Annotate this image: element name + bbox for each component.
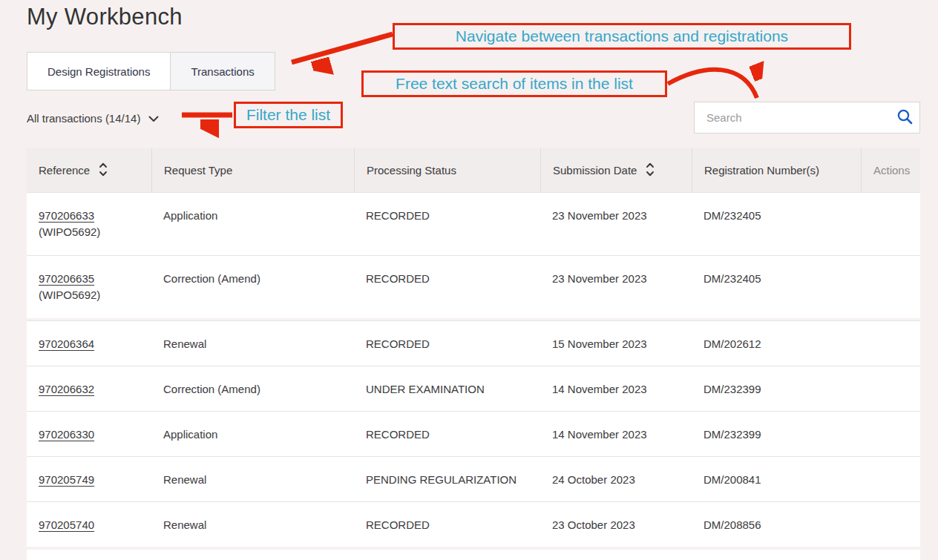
processing-status-cell: RECORDED bbox=[354, 256, 540, 318]
column-header-submission-date[interactable]: Submission Date bbox=[540, 148, 692, 192]
annotation-navigate-tabs: Navigate between transactions and regist… bbox=[393, 23, 851, 50]
reference-link[interactable]: 970206364 bbox=[39, 337, 94, 350]
search-button[interactable] bbox=[890, 102, 919, 133]
table-row-partial bbox=[27, 550, 920, 560]
table-row: 970205740 Renewal RECORDED 23 October 20… bbox=[27, 501, 920, 547]
submission-date-cell: 24 October 2023 bbox=[540, 457, 692, 501]
submission-date-cell: 15 November 2023 bbox=[540, 321, 692, 366]
request-type-cell: Renewal bbox=[151, 321, 354, 366]
table-row: 970206635(WIPO5692) Correction (Amend) R… bbox=[27, 255, 920, 318]
page-title: My Workbench bbox=[27, 4, 183, 30]
search-box bbox=[694, 102, 920, 134]
actions-cell bbox=[861, 256, 920, 318]
sort-icon[interactable] bbox=[646, 162, 655, 179]
table-row: 970205749 Renewal PENDING REGULARIZATION… bbox=[27, 456, 920, 501]
arrow-to-tabs bbox=[292, 34, 393, 62]
submission-date-cell: 23 November 2023 bbox=[540, 193, 692, 255]
table-row: 970206330 Application RECORDED 14 Novemb… bbox=[27, 411, 920, 456]
reference-link[interactable]: 970206635 bbox=[39, 272, 94, 285]
submission-date-cell: 23 November 2023 bbox=[540, 256, 692, 318]
transactions-table: Reference Request Type Processing Status… bbox=[27, 148, 920, 560]
annotation-filter-list: Filter the list bbox=[234, 102, 343, 128]
registration-number-cell: DM/232399 bbox=[692, 366, 861, 411]
actions-cell bbox=[861, 457, 920, 501]
arrow-to-search bbox=[668, 70, 757, 98]
processing-status-cell: RECORDED bbox=[354, 502, 540, 547]
registration-number-cell: DM/232405 bbox=[692, 256, 861, 318]
reference-link[interactable]: 970206632 bbox=[39, 383, 94, 395]
search-icon bbox=[896, 108, 914, 128]
reference-link[interactable]: 970206633 bbox=[39, 209, 94, 222]
submission-date-cell: 23 October 2023 bbox=[540, 502, 692, 547]
table-row: 970206364 Renewal RECORDED 15 November 2… bbox=[27, 320, 920, 366]
column-header-processing-status: Processing Status bbox=[354, 148, 540, 192]
request-type-cell: Correction (Amend) bbox=[151, 256, 354, 318]
registration-number-cell: DM/208856 bbox=[692, 502, 861, 547]
request-type-cell: Renewal bbox=[151, 457, 354, 501]
submission-date-cell: 14 November 2023 bbox=[540, 412, 692, 456]
search-input[interactable] bbox=[695, 102, 890, 133]
request-type-cell: Renewal bbox=[151, 502, 354, 547]
registration-number-cell: DM/232399 bbox=[692, 412, 861, 456]
column-header-registration-numbers: Registration Number(s) bbox=[692, 148, 861, 192]
column-header-request-type: Request Type bbox=[151, 148, 354, 192]
reference-note: (WIPO5692) bbox=[39, 287, 145, 303]
actions-cell bbox=[861, 366, 920, 411]
submission-date-cell: 14 November 2023 bbox=[540, 366, 692, 411]
registration-number-cell: DM/232405 bbox=[692, 193, 861, 255]
processing-status-cell: UNDER EXAMINATION bbox=[354, 366, 540, 411]
reference-link[interactable]: 970205740 bbox=[39, 518, 94, 531]
request-type-cell: Application bbox=[151, 193, 354, 255]
sort-icon[interactable] bbox=[99, 162, 108, 179]
registration-number-cell: DM/200841 bbox=[692, 457, 861, 501]
column-header-reference[interactable]: Reference bbox=[27, 148, 151, 192]
tab-bar: Design Registrations Transactions bbox=[27, 52, 275, 90]
filter-dropdown[interactable]: All transactions (14/14) bbox=[27, 109, 159, 127]
actions-cell bbox=[861, 321, 920, 366]
table-header-row: Reference Request Type Processing Status… bbox=[27, 148, 920, 192]
registration-number-cell: DM/202612 bbox=[692, 321, 861, 366]
filter-label: All transactions (14/14) bbox=[27, 112, 140, 125]
actions-cell bbox=[861, 193, 920, 255]
request-type-cell: Correction (Amend) bbox=[151, 366, 354, 411]
table-row: 970206632 Correction (Amend) UNDER EXAMI… bbox=[27, 366, 920, 411]
tab-design-registrations[interactable]: Design Registrations bbox=[27, 53, 170, 90]
chevron-down-icon bbox=[148, 112, 159, 125]
request-type-cell: Application bbox=[151, 412, 354, 456]
reference-link[interactable]: 970206330 bbox=[39, 428, 94, 441]
actions-cell bbox=[861, 502, 920, 547]
table-row: 970206633(WIPO5692) Application RECORDED… bbox=[27, 192, 920, 255]
tab-transactions[interactable]: Transactions bbox=[170, 53, 274, 90]
processing-status-cell: PENDING REGULARIZATION bbox=[354, 457, 540, 501]
processing-status-cell: RECORDED bbox=[354, 193, 540, 255]
processing-status-cell: RECORDED bbox=[354, 412, 540, 456]
column-header-actions: Actions bbox=[861, 148, 920, 192]
processing-status-cell: RECORDED bbox=[354, 321, 540, 366]
reference-note: (WIPO5692) bbox=[39, 224, 145, 240]
reference-link[interactable]: 970205749 bbox=[39, 473, 94, 486]
annotation-free-text-search: Free text search of items in the list bbox=[361, 70, 667, 97]
actions-cell bbox=[861, 412, 920, 456]
